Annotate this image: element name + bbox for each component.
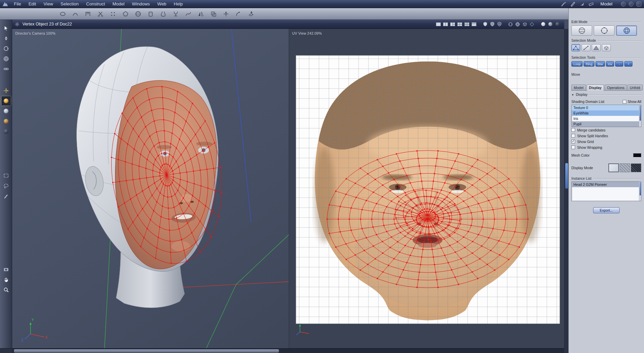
pencil-tool-icon[interactable]: [2, 192, 11, 200]
layout-four-pane-icon[interactable]: [457, 22, 462, 27]
rotate-view-icon[interactable]: [2, 44, 11, 53]
vertical-scrollbar-thumb[interactable]: [565, 163, 568, 189]
marquee-select-icon[interactable]: [2, 171, 11, 180]
show-grid-checkbox[interactable]: [571, 140, 575, 143]
horizontal-scrollbar-thumb[interactable]: [14, 349, 279, 353]
edit-mode-wireframe-button[interactable]: [616, 25, 637, 36]
tab-model[interactable]: Model: [571, 85, 586, 90]
layout-two-pane-icon[interactable]: [442, 22, 448, 27]
viewport-uv[interactable]: UV View 242.09%: [289, 29, 564, 348]
vertex-grid-tool-icon[interactable]: [109, 10, 117, 18]
zoom-magnifier-icon[interactable]: [2, 285, 11, 294]
sphere-white-icon[interactable]: [540, 22, 546, 27]
grow-selection-button[interactable]: +: [624, 61, 632, 67]
translate-gizmo-icon[interactable]: [2, 86, 11, 95]
ruler-icon[interactable]: [588, 1, 594, 7]
app-logo-icon[interactable]: [0, 1, 10, 7]
menu-view[interactable]: View: [40, 0, 57, 8]
menu-help[interactable]: Help: [170, 0, 187, 8]
shade-textured-icon[interactable]: [496, 22, 502, 27]
select-object-button[interactable]: [602, 44, 611, 51]
sphere-dark-icon[interactable]: [554, 22, 560, 27]
show-wrapping-checkbox[interactable]: [571, 145, 575, 149]
between-button[interactable]: Btw: [595, 61, 605, 67]
polygon-tool-icon[interactable]: [121, 10, 130, 18]
cursor-arrow-icon[interactable]: [2, 24, 11, 33]
lasso-select-icon[interactable]: [2, 181, 11, 190]
merge-candidates-checkbox[interactable]: [571, 128, 575, 132]
viewport-3d[interactable]: Director's Camera 100%: [12, 29, 289, 348]
export-button[interactable]: Export...: [593, 207, 620, 213]
document-sun-icon[interactable]: [15, 22, 19, 27]
camera-view-icon[interactable]: [2, 265, 11, 274]
list-item-pupil[interactable]: Pupil: [572, 121, 641, 127]
menu-edit[interactable]: Edit: [25, 0, 40, 8]
layout-single-icon[interactable]: [435, 22, 441, 27]
arc-tool-icon[interactable]: [71, 10, 80, 18]
wireframe-globe-icon[interactable]: [515, 22, 520, 27]
show-split-handles-checkbox[interactable]: [571, 134, 575, 138]
dark-sphere-tool-icon[interactable]: [2, 127, 11, 136]
layout-grid-icon[interactable]: [464, 22, 470, 27]
menu-web[interactable]: Web: [154, 0, 170, 8]
loop-button[interactable]: Loop: [571, 61, 583, 67]
brush-icon[interactable]: [561, 1, 567, 7]
window-shade-icon[interactable]: [621, 2, 626, 6]
window-layout-icon[interactable]: [637, 2, 641, 6]
knife-icon[interactable]: [579, 1, 585, 7]
wire-sphere-icon[interactable]: [2, 54, 11, 63]
document-titlebar[interactable]: Vertex Object 23 of Doc22: [12, 20, 564, 29]
display-mode-textured-swatch[interactable]: [620, 163, 630, 172]
display-section-header[interactable]: Display: [571, 92, 641, 96]
horizontal-scrollbar[interactable]: [12, 348, 564, 353]
invert-button[interactable]: Inv: [606, 61, 614, 67]
cylinder-tool-icon[interactable]: [146, 10, 155, 18]
menu-construct[interactable]: Construct: [82, 0, 109, 8]
shading-domain-list[interactable]: Texture 0 EyeWhite Iris Pupil: [571, 105, 641, 127]
spline-tool-icon[interactable]: [184, 10, 193, 18]
tab-operations[interactable]: Operations: [605, 85, 627, 90]
pen-icon[interactable]: [570, 1, 576, 7]
bronze-sphere-tool-icon[interactable]: [2, 117, 11, 126]
menu-model[interactable]: Model: [109, 0, 128, 8]
shading-list-scrollbar[interactable]: [639, 105, 641, 127]
edit-mode-vertex-button[interactable]: [594, 25, 614, 36]
axis-tool-icon[interactable]: [222, 10, 230, 18]
list-item-eyewhite[interactable]: EyeWhite: [572, 110, 641, 116]
uv-canvas[interactable]: [296, 55, 560, 324]
uv-sphere-tool-icon[interactable]: [2, 96, 11, 105]
scene-uv[interactable]: [289, 29, 564, 348]
select-polygon-button[interactable]: [592, 44, 601, 51]
goblet-tool-icon[interactable]: [171, 10, 180, 18]
edit-mode-smooth-button[interactable]: [571, 25, 592, 36]
show-all-checkbox[interactable]: [623, 100, 626, 104]
tab-display[interactable]: Display: [587, 85, 604, 91]
link-chain-icon[interactable]: [2, 65, 11, 73]
menu-selection[interactable]: Selection: [57, 0, 82, 8]
shade-flat-icon[interactable]: [482, 22, 488, 27]
silver-sphere-tool-icon[interactable]: [2, 107, 11, 116]
extrude-tool-icon[interactable]: [247, 10, 255, 18]
ring-button[interactable]: Ring: [584, 61, 594, 67]
diamond-icon[interactable]: [529, 22, 535, 27]
menu-windows[interactable]: Windows: [128, 0, 154, 8]
scene-3d[interactable]: Y X Z: [12, 29, 289, 348]
instance-list-scrollbar[interactable]: [639, 182, 641, 201]
mesh-color-swatch[interactable]: [633, 153, 641, 157]
shrink-selection-button[interactable]: -: [615, 61, 623, 67]
list-item-texture0[interactable]: Texture 0: [572, 105, 641, 110]
display-mode-dark-textured-swatch[interactable]: [631, 163, 641, 172]
window-collapse-icon[interactable]: [629, 2, 633, 6]
list-item-iris[interactable]: Iris: [572, 116, 641, 121]
display-mode-flat-swatch[interactable]: [608, 163, 619, 172]
head-model[interactable]: [77, 47, 233, 308]
tab-unfold[interactable]: Unfold: [627, 85, 642, 90]
pen-nib-icon[interactable]: [2, 34, 11, 43]
shade-gouraud-icon[interactable]: [489, 22, 495, 27]
clamp-tool-icon[interactable]: [83, 10, 92, 18]
scissors-tool-icon[interactable]: [96, 10, 105, 18]
select-edge-button[interactable]: [582, 44, 590, 51]
duplicate-tool-icon[interactable]: [209, 10, 218, 18]
menu-file[interactable]: File: [10, 0, 25, 8]
bounding-box-icon[interactable]: [522, 22, 528, 27]
